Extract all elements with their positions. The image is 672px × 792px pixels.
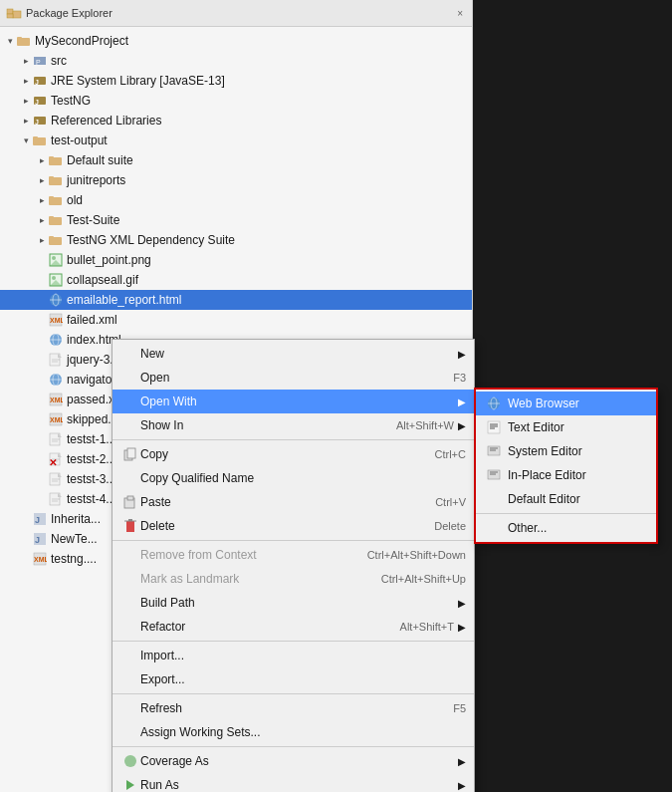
xml-icon: XML: [48, 411, 64, 427]
menu-separator: [112, 746, 474, 747]
submenu-item-label: Web Browser: [508, 396, 579, 410]
menu-separator: [112, 693, 474, 694]
panel-title: Package Explorer: [26, 7, 450, 19]
svg-rect-89: [126, 521, 134, 532]
tree-item-label: TestNG: [51, 91, 91, 111]
submenu-arrow-icon: ▶: [458, 780, 466, 791]
tree-item-label: Referenced Libraries: [51, 111, 161, 131]
tree-item-myproject[interactable]: ▾MySecondProject: [0, 31, 472, 51]
menu-item-label: Refresh: [140, 701, 433, 715]
tree-item-jre[interactable]: ▸JJRE System Library [JavaSE-13]: [0, 71, 472, 91]
submenu-icon-web_browser: [484, 396, 504, 410]
menu-item-show_in[interactable]: Show InAlt+Shift+W▶: [112, 413, 474, 437]
menu-item-refresh[interactable]: RefreshF5: [112, 696, 474, 720]
panel-close-button[interactable]: ×: [454, 7, 466, 20]
submenu-item-default_editor[interactable]: Default Editor: [476, 487, 656, 511]
menu-item-remove_context[interactable]: Remove from ContextCtrl+Alt+Shift+Down: [112, 543, 474, 567]
submenu-icon-inplace_editor: [484, 468, 504, 482]
submenu-icon-system_editor: [484, 444, 504, 458]
tree-item-junitreports[interactable]: ▸junitreports: [0, 170, 472, 190]
menu-item-label: Coverage As: [140, 754, 454, 768]
menu-separator: [112, 439, 474, 440]
menu-icon-coverage: [120, 754, 140, 768]
menu-item-shortcut: Ctrl+Alt+Shift+Up: [381, 573, 466, 585]
menu-item-delete[interactable]: DeleteDelete: [112, 514, 474, 538]
menu-item-mark_landmark[interactable]: Mark as LandmarkCtrl+Alt+Shift+Up: [112, 567, 474, 591]
svg-rect-14: [33, 136, 38, 139]
submenu-item-system_editor[interactable]: System Editor: [476, 439, 656, 463]
tree-item-old[interactable]: ▸old: [0, 190, 472, 210]
tree-item-bulletpng[interactable]: bullet_point.png: [0, 250, 472, 270]
submenu-item-web_browser[interactable]: Web Browser: [476, 392, 656, 415]
expand-icon: [20, 533, 32, 545]
submenu-item-text_editor[interactable]: Text Editor: [476, 415, 656, 439]
menu-item-label: Paste: [140, 495, 415, 509]
menu-item-label: Open With: [140, 395, 454, 408]
tree-item-testng[interactable]: ▸JTestNG: [0, 91, 472, 111]
svg-text:XML: XML: [50, 416, 63, 423]
menu-item-run_as[interactable]: Run As▶: [112, 773, 474, 792]
xml-icon: XML: [48, 312, 64, 328]
menu-item-assign_sets[interactable]: Assign Working Sets...: [112, 720, 474, 744]
svg-rect-0: [7, 9, 13, 14]
tree-item-testngxml[interactable]: ▸TestNG XML Dependency Suite: [0, 230, 472, 250]
tree-item-label: Default suite: [67, 150, 133, 170]
submenu-arrow-icon: ▶: [458, 420, 466, 431]
svg-text:P: P: [36, 59, 41, 66]
tree-item-src[interactable]: ▸Psrc: [0, 51, 472, 71]
expand-icon: [36, 453, 48, 465]
menu-item-import[interactable]: Import...: [112, 644, 474, 667]
expand-icon: ▸: [36, 154, 48, 166]
menu-item-shortcut: Alt+Shift+W: [396, 419, 454, 431]
tree-item-emailable[interactable]: emailable_report.html: [0, 290, 472, 310]
tree-item-label: testst-4...: [67, 489, 115, 509]
menu-item-label: Mark as Landmark: [140, 572, 361, 586]
submenu-separator: [476, 513, 656, 514]
menu-item-new[interactable]: New▶: [112, 342, 474, 366]
svg-text:J: J: [35, 79, 39, 86]
folder-icon: [48, 232, 64, 248]
tree-item-reflibs[interactable]: ▸JReferenced Libraries: [0, 111, 472, 131]
submenu-item-label: Other...: [508, 521, 547, 535]
tree-item-testoutput[interactable]: ▾test-output: [0, 131, 472, 150]
tree-item-failed[interactable]: XMLfailed.xml: [0, 310, 472, 330]
tree-item-testsuite[interactable]: ▸Test-Suite: [0, 210, 472, 230]
expand-icon: [36, 294, 48, 306]
context-menu: New▶OpenF3Open With▶Web BrowserText Edit…: [112, 339, 475, 792]
expand-icon: ▾: [20, 134, 32, 146]
menu-item-coverage[interactable]: Coverage As▶: [112, 749, 474, 773]
tree-item-label: testst-3...: [67, 469, 115, 489]
expand-icon: ▸: [36, 174, 48, 186]
submenu-item-other[interactable]: Other...: [476, 516, 656, 540]
menu-item-build_path[interactable]: Build Path▶: [112, 591, 474, 615]
submenu-icon-text_editor: [484, 420, 504, 434]
svg-text:J: J: [35, 99, 39, 106]
menu-item-export[interactable]: Export...: [112, 667, 474, 691]
svg-rect-75: [488, 421, 500, 433]
tree-item-label: failed.xml: [67, 310, 117, 330]
menu-item-paste[interactable]: PasteCtrl+V: [112, 490, 474, 514]
menu-item-copy[interactable]: CopyCtrl+C: [112, 442, 474, 466]
image-icon: [48, 252, 64, 268]
menu-item-open[interactable]: OpenF3: [112, 366, 474, 390]
tree-item-label: bullet_point.png: [67, 250, 151, 270]
tree-item-defaultsuite[interactable]: ▸Default suite: [0, 150, 472, 170]
submenu-arrow-icon: ▶: [458, 598, 466, 609]
svg-rect-2: [7, 14, 13, 18]
jar-icon: J: [32, 93, 48, 109]
file-icon: [48, 431, 64, 447]
menu-item-refactor[interactable]: RefactorAlt+Shift+T▶: [112, 615, 474, 639]
expand-icon: [36, 314, 48, 326]
menu-item-copy_qualified[interactable]: Copy Qualified Name: [112, 466, 474, 490]
expand-icon: [36, 354, 48, 366]
expand-icon: [36, 493, 48, 505]
submenu-item-inplace_editor[interactable]: In-Place Editor: [476, 463, 656, 487]
menu-item-open_with[interactable]: Open With▶Web BrowserText EditorSystem E…: [112, 390, 474, 413]
menu-icon-copy: [120, 447, 140, 461]
tree-item-label: JRE System Library [JavaSE-13]: [51, 71, 225, 91]
svg-text:XML: XML: [50, 396, 63, 403]
expand-icon: ▸: [20, 55, 32, 67]
tree-item-collapseall[interactable]: collapseall.gif: [0, 270, 472, 290]
menu-item-shortcut: Delete: [434, 520, 466, 532]
menu-separator: [112, 641, 474, 642]
